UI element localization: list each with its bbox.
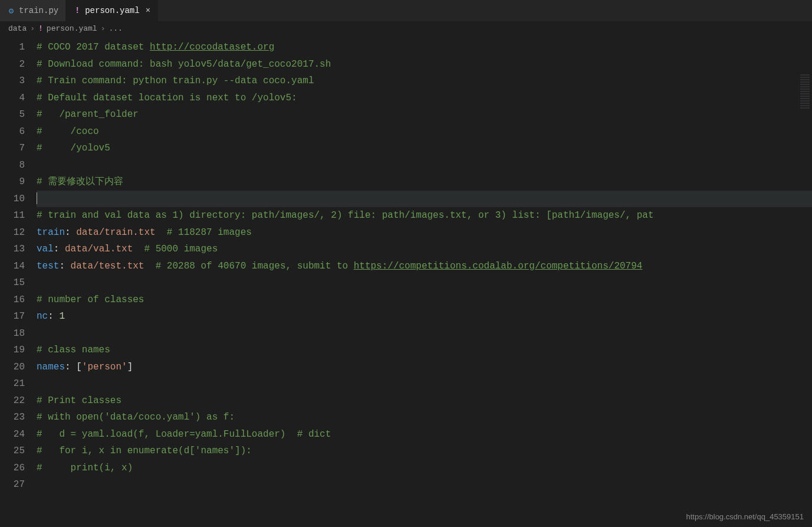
code-token: # Print classes [37,395,121,406]
line-number: 4 [0,90,25,107]
code-token: http://cocodataset.org [150,42,274,53]
code-token: # class names [37,345,110,355]
code-token [144,261,155,271]
code-line[interactable]: # d = yaml.load(f, Loader=yaml.FullLoade… [37,426,812,443]
code-token: # number of classes [37,294,144,305]
code-line[interactable]: # Default dataset location is next to /y… [37,90,812,107]
text-cursor [37,192,37,204]
code-token: # Train command: python train.py --data … [37,76,314,86]
code-line[interactable] [37,274,812,292]
tab-label: person.yaml [85,6,139,15]
code-token: # Download command: bash yolov5/data/get… [37,59,331,70]
code-token: # print(i, x) [37,463,133,473]
breadcrumb[interactable]: data › ! person.yaml › ... [0,21,812,35]
line-number: 3 [0,73,25,90]
code-area[interactable]: # COCO 2017 dataset http://cocodataset.o… [37,35,812,527]
line-number: 26 [0,460,25,477]
code-line[interactable]: # Print classes [37,392,812,410]
code-token: # train and val data as 1) directory: pa… [37,210,654,221]
breadcrumb-folder[interactable]: data [8,24,27,33]
code-token: ] [127,362,133,372]
watermark: https://blog.csdn.net/qq_45359151 [686,512,804,521]
minimap[interactable] [800,74,810,110]
code-token: # 需要修改以下内容 [37,176,123,187]
code-token: # Default dataset location is next to /y… [37,93,297,103]
code-token: # for i, x in enumerate(d['names']): [37,446,252,456]
code-token: : [ [65,362,82,372]
code-line[interactable]: # print(i, x) [37,460,812,477]
line-number: 18 [0,325,25,342]
line-number: 13 [0,241,25,258]
code-token: data/test.txt [71,261,144,271]
code-line[interactable]: # Download command: bash yolov5/data/get… [37,56,812,73]
code-line[interactable] [37,476,812,493]
line-number: 11 [0,207,25,224]
line-number: 21 [0,375,25,392]
line-number: 15 [0,274,25,292]
chevron-right-icon: › [101,24,106,33]
code-line[interactable] [37,157,812,174]
code-line[interactable]: val: data/val.txt # 5000 images [37,241,812,258]
code-token: 'person' [82,362,127,372]
code-line[interactable] [37,191,812,208]
code-line[interactable]: # /parent_folder [37,106,812,123]
code-line[interactable]: # /yolov5 [37,140,812,157]
tab-label: train.py [19,6,58,15]
code-line[interactable]: # with open('data/coco.yaml') as f: [37,409,812,426]
line-number: 22 [0,392,25,410]
yaml-icon: ! [38,24,43,33]
code-token: # with open('data/coco.yaml') as f: [37,412,235,423]
line-number: 12 [0,224,25,241]
close-icon[interactable]: × [146,6,150,15]
tab-person-yaml[interactable]: !person.yaml× [66,0,158,21]
code-line[interactable] [37,325,812,342]
tab-train-py[interactable]: ⚙train.py [0,0,66,21]
breadcrumb-more[interactable]: ... [109,24,122,33]
line-number: 9 [0,174,25,191]
line-number: 23 [0,409,25,426]
line-number: 2 [0,56,25,73]
code-token: # 118287 images [167,227,252,238]
breadcrumb-file[interactable]: person.yaml [47,24,97,33]
code-token: : [54,244,65,254]
code-line[interactable]: # number of classes [37,292,812,309]
code-line[interactable]: # 需要修改以下内容 [37,174,812,191]
line-number: 27 [0,476,25,493]
code-line[interactable]: train: data/train.txt # 118287 images [37,224,812,241]
code-line[interactable]: # class names [37,342,812,359]
code-token: data/train.txt [76,227,155,238]
code-token: # /yolov5 [37,143,110,153]
code-token: # 20288 of 40670 images, submit to [156,261,354,271]
code-line[interactable]: nc: 1 [37,308,812,325]
code-token: # /parent_folder [37,109,139,120]
code-token: : [65,227,76,238]
code-token: # 5000 images [144,244,218,254]
code-line[interactable]: names: ['person'] [37,359,812,376]
code-token: val [37,244,54,254]
code-line[interactable]: # for i, x in enumerate(d['names']): [37,443,812,460]
code-token [156,227,167,238]
code-line[interactable] [37,375,812,392]
code-line[interactable]: # train and val data as 1) directory: pa… [37,207,812,224]
code-token: # d = yaml.load(f, Loader=yaml.FullLoade… [37,429,331,440]
editor[interactable]: 1234567891011121314151617181920212223242… [0,35,812,527]
yaml-icon: ! [73,6,81,15]
code-token: names [37,362,65,372]
code-token: nc [37,311,48,322]
line-number: 6 [0,123,25,140]
code-line[interactable]: # Train command: python train.py --data … [37,73,812,90]
line-number: 24 [0,426,25,443]
code-line[interactable]: # /coco [37,123,812,140]
code-line[interactable]: # COCO 2017 dataset http://cocodataset.o… [37,39,812,56]
code-token: test [37,261,59,271]
code-line[interactable]: test: data/test.txt # 20288 of 40670 ima… [37,258,812,275]
line-number: 10 [0,191,25,208]
line-number: 5 [0,106,25,123]
python-icon: ⚙ [7,6,15,15]
code-token: : [59,261,70,271]
code-token: # /coco [37,126,99,137]
chevron-right-icon: › [30,24,35,33]
line-number: 17 [0,308,25,325]
line-number: 16 [0,292,25,309]
line-number: 19 [0,342,25,359]
